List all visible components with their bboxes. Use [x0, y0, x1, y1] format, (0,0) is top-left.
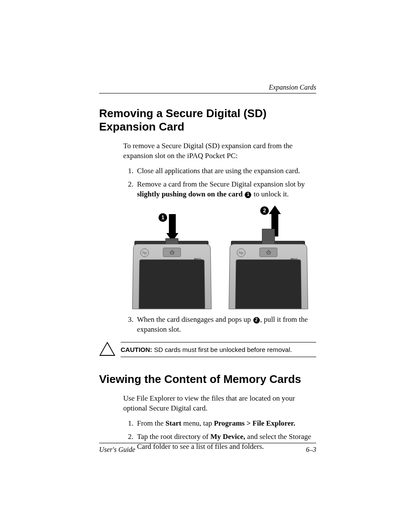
caution-block: CAUTION: SD cards must first be unlocked…: [99, 342, 316, 358]
intro-paragraph-2: Use File Explorer to view the files that…: [123, 394, 316, 414]
device-illustration-1: 1 hp iPAQ: [128, 205, 215, 309]
step-2-text-a: Remove a card from the Secure Digital ex…: [137, 180, 305, 188]
footer-document-title: User's Guide: [99, 446, 135, 454]
arrow-down-icon: [169, 214, 176, 234]
running-header: Expansion Cards: [269, 84, 316, 91]
power-button-icon: [163, 248, 181, 257]
sd-card-out: [262, 229, 275, 245]
device-body: hp iPAQ: [132, 244, 212, 309]
steps-list-2: From the Start menu, tap Programs > File…: [123, 419, 316, 452]
callout-badge-2: 2: [260, 206, 269, 215]
caution-label: CAUTION:: [121, 346, 152, 353]
callout-2-inline-icon: 2: [253, 317, 260, 324]
s2-1b2: Programs > File Explorer.: [214, 419, 295, 427]
step2-1: From the Start menu, tap Programs > File…: [135, 419, 316, 429]
intro-paragraph: To remove a Secure Digital (SD) expansio…: [123, 141, 316, 161]
page-content: Removing a Secure Digital (SD) Expansion…: [99, 107, 316, 455]
hp-logo-icon: hp: [237, 249, 246, 257]
arrow-up-head-icon: [269, 205, 281, 214]
caution-triangle-icon: [99, 342, 115, 358]
s2-2b: My Device,: [210, 432, 245, 441]
hp-logo-icon: hp: [140, 249, 149, 257]
section-heading-removing: Removing a Secure Digital (SD) Expansion…: [99, 107, 316, 134]
footer-page-number: 6–3: [306, 446, 316, 454]
footer-rule: [99, 443, 316, 443]
step-2: Remove a card from the Secure Digital ex…: [135, 180, 316, 199]
s2-1a: From the: [137, 419, 165, 427]
svg-marker-0: [100, 342, 115, 355]
s2-1c: menu, tap: [181, 419, 214, 427]
section-heading-viewing: Viewing the Content of Memory Cards: [99, 373, 316, 386]
document-page: Expansion Cards Removing a Secure Digita…: [0, 0, 411, 532]
step-2-text-b: to unlock it.: [252, 190, 289, 198]
device-body: hp iPAQ: [229, 244, 308, 309]
figure-sd-removal: 1 hp iPAQ 2 hp: [123, 205, 316, 309]
s2-2a: Tap the root directory of: [137, 432, 210, 441]
device-screen: [139, 259, 205, 308]
step-3-text-a: When the card disengages and pops up: [137, 315, 253, 324]
step-2-bold: slightly pushing down on the card: [137, 190, 243, 198]
caution-body: SD cards must first be unlocked before r…: [152, 346, 292, 353]
caution-text: CAUTION: SD cards must first be unlocked…: [121, 342, 316, 357]
steps-list-1: Close all applications that are using th…: [123, 166, 316, 199]
device-screen: [235, 259, 302, 308]
steps-list-1b: When the card disengages and pops up 2, …: [123, 315, 316, 335]
header-rule: [99, 93, 316, 93]
device-illustration-2: 2 hp iPAQ: [225, 205, 311, 309]
callout-1-inline-icon: 1: [245, 192, 251, 198]
s2-1b1: Start: [165, 419, 181, 427]
step2-2: Tap the root directory of My Device, and…: [135, 432, 316, 452]
power-button-icon: [259, 248, 277, 257]
callout-badge-1: 1: [159, 213, 167, 222]
step-3: When the card disengages and pops up 2, …: [135, 315, 316, 335]
step-1: Close all applications that are using th…: [135, 166, 316, 176]
